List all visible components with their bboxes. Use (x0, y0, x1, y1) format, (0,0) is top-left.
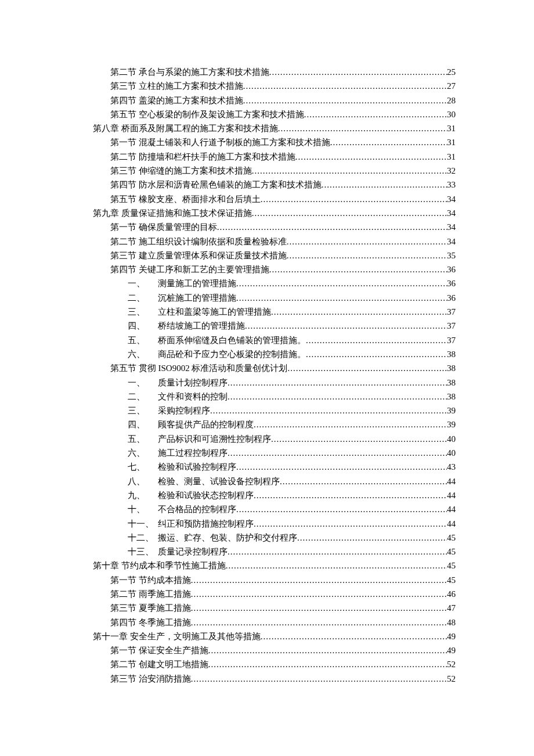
toc-leader-dots (208, 657, 447, 671)
toc-entry-label: 第一节 混凝土铺装和人行道予制板的施工方案和技术措施 (110, 135, 330, 149)
toc-entry-label: 十二、搬运、贮存、包装、防护和交付程序 (128, 531, 297, 545)
toc-entry-label: 第三节 伸缩缝的施工方案和技术措施 (110, 164, 252, 178)
toc-entry-page: 38 (447, 376, 456, 390)
toc-entry-label: 第十一章 安全生产，文明施工及其他等措施 (93, 629, 261, 643)
toc-leader-dots (278, 121, 447, 135)
toc-entry-label: 第二节 施工组织设计编制依据和质量检验标准 (110, 235, 287, 249)
toc-entry: 三、立柱和盖梁等施工的管理措施37 (93, 305, 456, 319)
toc-leader-dots (261, 629, 447, 643)
toc-entry-number: 二、 (128, 291, 158, 305)
toc-leader-dots (208, 643, 447, 657)
toc-entry-label: 第五节 空心板梁的制作及架设施工方案和技术措施 (110, 107, 304, 121)
toc-entry-page: 34 (447, 192, 456, 206)
toc-entry-page: 38 (447, 390, 456, 404)
toc-entry-page: 44 (447, 502, 456, 516)
toc-entry-number: 六、 (128, 446, 158, 460)
toc-entry-label: 第四节 关键工序和新工艺的主要管理措施 (110, 262, 269, 276)
toc-entry-label: 第三节 建立质量管理体系和保证质量技术措施 (110, 249, 287, 262)
toc-entry-number: 九、 (128, 488, 158, 502)
toc-entry-label: 十一、纠正和预防措施控制程序 (128, 517, 254, 531)
toc-entry-text: 纠正和预防措施控制程序 (158, 519, 254, 528)
toc-entry: 第三节 建立质量管理体系和保证质量技术措施35 (93, 249, 456, 262)
toc-entry-page: 43 (447, 460, 456, 474)
toc-entry-page: 28 (447, 93, 456, 107)
toc-entry: 三、采购控制程序39 (93, 404, 456, 417)
toc-leader-dots (236, 291, 447, 305)
toc-entry-label: 十、不合格品的控制程序 (128, 502, 236, 516)
toc-entry-label: 三、采购控制程序 (128, 404, 210, 417)
toc-entry-page: 44 (447, 488, 456, 502)
toc-entry-number: 七、 (128, 460, 158, 474)
toc-leader-dots (226, 559, 447, 573)
toc-entry: 六、商品砼和予应力空心板梁的控制措施。38 (93, 347, 456, 361)
toc-entry-text: 检验和试验控制程序 (158, 462, 236, 471)
toc-entry-label: 第二节 承台与系梁的施工方案和技术措施 (110, 65, 269, 79)
toc-leader-dots (254, 517, 447, 531)
toc-entry-label: 第九章 质量保证措施和施工技术保证措施 (93, 206, 252, 220)
toc-leader-dots (304, 107, 447, 121)
toc-entry: 十一、纠正和预防措施控制程序44 (93, 517, 456, 531)
toc-entry-page: 52 (447, 657, 456, 671)
toc-entry: 二、沉桩施工的管理措施36 (93, 291, 456, 305)
toc-entry-text: 搬运、贮存、包装、防护和交付程序 (158, 533, 297, 542)
toc-entry-number: 十一、 (128, 517, 158, 531)
toc-entry: 第四节 关键工序和新工艺的主要管理措施36 (93, 262, 456, 276)
toc-leader-dots (280, 474, 447, 488)
toc-leader-dots (210, 404, 447, 417)
toc-entry-number: 十三、 (128, 545, 158, 559)
toc-entry-number: 二、 (128, 390, 158, 404)
toc-entry: 七、检验和试验控制程序43 (93, 460, 456, 474)
toc-entry-page: 44 (447, 474, 456, 488)
toc-entry-label: 第四节 冬季施工措施 (110, 615, 191, 629)
toc-entry-label: 第二节 防撞墙和栏杆扶手的施工方案和技术措施 (110, 150, 295, 164)
toc-entry-label: 第五节 橡胶支座、桥面排水和台后填土 (110, 192, 261, 206)
toc-entry-text: 沉桩施工的管理措施 (158, 293, 236, 303)
toc-entry-page: 31 (447, 135, 456, 149)
toc-entry-label: 二、文件和资料的控制 (128, 390, 228, 404)
toc-leader-dots (191, 573, 447, 587)
toc-entry-text: 质量计划控制程序 (158, 378, 228, 387)
toc-entry-text: 采购控制程序 (158, 406, 210, 415)
toc-entry-label: 三、立柱和盖梁等施工的管理措施 (128, 305, 271, 319)
toc-entry-text: 桥面系伸缩缝及白色铺装的管理措施。 (158, 336, 306, 345)
toc-entry-page: 48 (447, 615, 456, 629)
toc-leader-dots (269, 65, 447, 79)
toc-entry-label: 十三、质量记录控制程序 (128, 545, 228, 559)
toc-leader-dots (330, 135, 447, 149)
toc-entry-page: 49 (447, 629, 456, 643)
toc-leader-dots (297, 531, 447, 545)
toc-entry: 第四节 冬季施工措施48 (93, 615, 456, 629)
toc-entry-text: 商品砼和予应力空心板梁的控制措施。 (158, 350, 306, 359)
toc-entry: 五、产品标识和可追溯性控制程序40 (93, 432, 456, 446)
toc-leader-dots (236, 276, 447, 290)
toc-leader-dots (287, 249, 447, 262)
toc-entry: 第一节 确保质量管理的目标34 (93, 220, 456, 234)
toc-entry-page: 35 (447, 249, 456, 262)
toc-entry-text: 不合格品的控制程序 (158, 505, 236, 514)
toc-leader-dots (243, 79, 447, 93)
toc-entry: 第二节 创建文明工地措施52 (93, 657, 456, 671)
toc-entry: 四、桥结坡施工的管理措施37 (93, 319, 456, 333)
toc-entry: 第二节 施工组织设计编制依据和质量检验标准34 (93, 235, 456, 249)
toc-entry-text: 质量记录控制程序 (158, 547, 228, 556)
toc-entry-page: 31 (447, 150, 456, 164)
toc-entry-page: 34 (447, 206, 456, 220)
toc-entry: 十三、质量记录控制程序45 (93, 545, 456, 559)
toc-entry-text: 检验、测量、试验设备控制程序 (158, 477, 280, 486)
toc-entry-page: 52 (447, 672, 456, 686)
toc-leader-dots (306, 347, 447, 361)
toc-entry-label: 第二节 雨季施工措施 (110, 587, 191, 601)
toc-entry-number: 十、 (128, 502, 158, 516)
toc-entry-page: 30 (447, 107, 456, 121)
toc-entry-page: 49 (447, 643, 456, 657)
toc-entry: 第十一章 安全生产，文明施工及其他等措施49 (93, 629, 456, 643)
toc-entry-page: 36 (447, 276, 456, 290)
toc-leader-dots (261, 192, 447, 206)
toc-entry-label: 二、沉桩施工的管理措施 (128, 291, 236, 305)
toc-leader-dots (191, 615, 447, 629)
toc-entry-page: 38 (447, 361, 456, 375)
toc-entry-page: 31 (447, 121, 456, 135)
toc-entry-text: 桥结坡施工的管理措施 (158, 321, 245, 330)
toc-entry: 第九章 质量保证措施和施工技术保证措施34 (93, 206, 456, 220)
toc-leader-dots (243, 93, 447, 107)
